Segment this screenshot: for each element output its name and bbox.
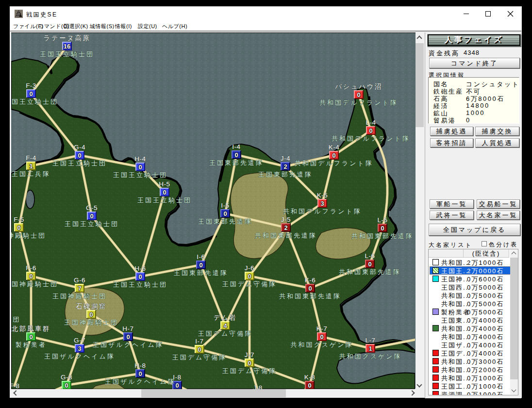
svg-text:共和国デルフラント隊: 共和国デルフラント隊 xyxy=(319,99,398,106)
svg-text:H-7: H-7 xyxy=(122,325,133,332)
svg-text:F-4: F-4 xyxy=(26,154,36,162)
svg-text:0: 0 xyxy=(89,311,93,318)
svg-text:F-8: F-8 xyxy=(11,382,19,389)
svg-text:共和国東部先遣隊: 共和国東部先遣隊 xyxy=(351,232,414,240)
svg-text:3: 3 xyxy=(320,200,324,207)
svg-text:王国デム守備隊: 王国デム守備隊 xyxy=(172,354,227,361)
svg-text:G-6: G-6 xyxy=(74,277,85,284)
svg-text:王国ザルクヘイム隊: 王国ザルクヘイム隊 xyxy=(44,353,115,360)
svg-text:F-3: F-3 xyxy=(26,82,36,89)
svg-text:0: 0 xyxy=(138,163,142,171)
svg-text:L-7: L-7 xyxy=(365,337,375,344)
svg-text:0: 0 xyxy=(198,346,201,353)
svg-text:共和国東部先遣隊: 共和国東部先遣隊 xyxy=(339,268,401,276)
svg-text:0: 0 xyxy=(223,210,227,217)
svg-text:16: 16 xyxy=(64,43,70,50)
svg-text:G-7: G-7 xyxy=(74,337,85,344)
svg-text:製粉業者: 製粉業者 xyxy=(16,341,47,348)
svg-text:J-5: J-5 xyxy=(281,216,291,223)
svg-text:0: 0 xyxy=(163,189,166,196)
svg-text:4: 4 xyxy=(223,322,227,329)
svg-text:共和国デルフラント隊: 共和国デルフラント隊 xyxy=(332,135,410,142)
svg-text:王国神殿騎士団: 王国神殿騎士団 xyxy=(52,293,107,300)
svg-text:H-6: H-6 xyxy=(134,265,146,272)
svg-text:王国神殿騎士団: 王国神殿騎士団 xyxy=(64,319,118,326)
svg-text:王国王立騎士団: 王国王立騎士団 xyxy=(11,98,58,105)
svg-text:0: 0 xyxy=(369,127,372,134)
svg-text:0: 0 xyxy=(234,151,238,159)
svg-text:L-4: L-4 xyxy=(366,119,376,126)
svg-text:共和国東部先遣隊: 共和国東部先遣隊 xyxy=(255,232,317,239)
svg-text:王国王立騎士団: 王国王立騎士団 xyxy=(113,281,167,288)
svg-text:H-4: H-4 xyxy=(134,155,146,163)
svg-text:0: 0 xyxy=(308,382,311,389)
svg-text:王国デム守備隊: 王国デム守備隊 xyxy=(222,367,277,375)
svg-text:0: 0 xyxy=(138,370,142,377)
svg-text:H-5: H-5 xyxy=(159,180,170,188)
svg-text:ラテーヌ高原: ラテーヌ高原 xyxy=(44,34,91,42)
svg-text:王国王立騎士団: 王国王立騎士団 xyxy=(52,160,107,167)
svg-text:I-5: I-5 xyxy=(221,202,229,209)
svg-text:0: 0 xyxy=(138,273,142,280)
svg-text:王国ザルクヘイム隊: 王国ザルクヘイム隊 xyxy=(105,378,176,385)
svg-text:共和国グスゲン隊: 共和国グスゲン隊 xyxy=(339,353,401,360)
svg-text:3: 3 xyxy=(78,345,81,352)
svg-text:0: 0 xyxy=(17,224,20,231)
svg-text:0: 0 xyxy=(248,359,251,367)
svg-text:0: 0 xyxy=(368,261,371,268)
svg-text:共和国東部先遣隊: 共和国東部先遣隊 xyxy=(279,293,341,300)
svg-text:I-8: I-8 xyxy=(173,374,181,381)
svg-text:I-7: I-7 xyxy=(195,338,203,345)
svg-text:王国王立騎士団: 王国王立騎士団 xyxy=(65,220,119,228)
svg-text:2: 2 xyxy=(284,224,287,231)
svg-text:K-8: K-8 xyxy=(304,374,316,381)
svg-text:G-5: G-5 xyxy=(86,204,98,212)
svg-text:0: 0 xyxy=(381,225,384,232)
svg-text:7: 7 xyxy=(78,285,81,292)
svg-text:0: 0 xyxy=(357,91,360,98)
svg-text:王国神殿騎士団: 王国神殿騎士団 xyxy=(11,280,58,288)
svg-text:J-8: J-8 xyxy=(253,384,263,389)
svg-text:0: 0 xyxy=(65,382,68,389)
svg-text:0: 0 xyxy=(90,212,93,220)
svg-text:王国ザルクヘイム隊: 王国ザルクヘイム隊 xyxy=(93,341,164,348)
svg-text:J-7: J-7 xyxy=(245,351,254,359)
svg-text:共和国デルフラント隊: 共和国デルフラント隊 xyxy=(295,160,373,167)
svg-text:K-6: K-6 xyxy=(305,277,316,284)
svg-text:H-8: H-8 xyxy=(134,362,146,369)
svg-text:0: 0 xyxy=(320,333,323,341)
svg-text:F-5: F-5 xyxy=(14,216,24,223)
svg-text:王国東部先遣隊: 王国東部先遣隊 xyxy=(198,218,252,225)
svg-text:王国王立騎士団: 王国王立騎士団 xyxy=(113,171,167,179)
svg-text:王国東部先遣隊: 王国東部先遣隊 xyxy=(174,269,228,277)
svg-text:G-8: G-8 xyxy=(61,374,72,381)
svg-text:I-6: I-6 xyxy=(197,253,205,261)
svg-text:0: 0 xyxy=(29,90,33,98)
svg-text:0: 0 xyxy=(332,152,335,159)
svg-text:団: 団 xyxy=(13,316,19,323)
svg-text:J-4: J-4 xyxy=(281,155,290,162)
svg-text:K-5: K-5 xyxy=(317,192,328,199)
svg-text:王国デム守備隊: 王国デム守備隊 xyxy=(222,280,277,288)
svg-text:K-4: K-4 xyxy=(329,144,340,151)
svg-text:共和国グスゲン隊: 共和国グスゲン隊 xyxy=(290,341,353,348)
svg-text:G-4: G-4 xyxy=(74,144,85,151)
svg-text:0: 0 xyxy=(29,273,33,280)
svg-text:I-4: I-4 xyxy=(232,143,240,150)
svg-text:共和国デルフラント隊: 共和国デルフラント隊 xyxy=(283,208,362,215)
svg-text:L-5: L-5 xyxy=(377,216,387,224)
svg-text:0: 0 xyxy=(126,333,130,341)
svg-text:北部風車群: 北部風車群 xyxy=(11,325,50,332)
svg-text:0: 0 xyxy=(199,261,202,269)
svg-text:K-7: K-7 xyxy=(316,325,328,332)
svg-text:1: 1 xyxy=(29,163,33,170)
svg-text:バシュハウ沼: バシュハウ沼 xyxy=(334,83,382,90)
svg-text:石碑洞窟: 石碑洞窟 xyxy=(76,303,107,310)
svg-text:0: 0 xyxy=(29,333,33,341)
svg-text:0: 0 xyxy=(78,152,81,159)
svg-text:0: 0 xyxy=(175,382,179,389)
svg-text:王国デム守備隊: 王国デム守備隊 xyxy=(198,330,253,337)
svg-text:王国王立騎士団: 王国王立騎士団 xyxy=(40,50,94,58)
svg-text:0: 0 xyxy=(308,285,312,292)
svg-text:J-6: J-6 xyxy=(245,264,254,272)
